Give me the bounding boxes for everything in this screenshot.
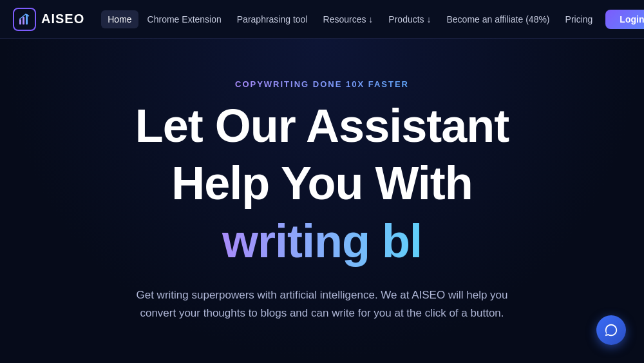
hero-title-line1: Let Our Assistant xyxy=(135,101,509,152)
nav-affiliate[interactable]: Become an affiliate (48%) xyxy=(440,10,556,28)
hero-title: Let Our Assistant Help You With xyxy=(135,101,509,215)
hero-section: COPYWRITING DONE 10X FASTER Let Our Assi… xyxy=(0,39,644,363)
hero-animated-text: writing bl xyxy=(222,215,422,267)
logo-icon xyxy=(13,8,36,31)
nav-right: Login ⚙ xyxy=(605,10,644,29)
navbar: AISEO Home Chrome Extension Paraphrasing… xyxy=(0,0,644,39)
hero-tagline: COPYWRITING DONE 10X FASTER xyxy=(235,79,409,89)
logo-text: AISEO xyxy=(41,12,84,26)
svg-rect-0 xyxy=(19,19,21,25)
chat-bubble-button[interactable] xyxy=(596,315,626,345)
nav-pricing[interactable]: Pricing xyxy=(559,10,600,28)
nav-links: Home Chrome Extension Paraphrasing tool … xyxy=(101,10,599,28)
nav-resources[interactable]: Resources ↓ xyxy=(317,10,380,28)
hero-description: Get writing superpowers with artificial … xyxy=(122,286,522,322)
nav-chrome-extension[interactable]: Chrome Extension xyxy=(141,10,228,28)
nav-products[interactable]: Products ↓ xyxy=(382,10,437,28)
hero-title-line2: Help You With xyxy=(135,158,509,209)
svg-rect-1 xyxy=(23,17,24,25)
login-button[interactable]: Login xyxy=(605,10,644,29)
nav-home[interactable]: Home xyxy=(101,10,138,28)
hero-animated-line: writing bl xyxy=(222,216,422,267)
nav-paraphrasing-tool[interactable]: Paraphrasing tool xyxy=(231,10,314,28)
logo[interactable]: AISEO xyxy=(13,8,84,31)
